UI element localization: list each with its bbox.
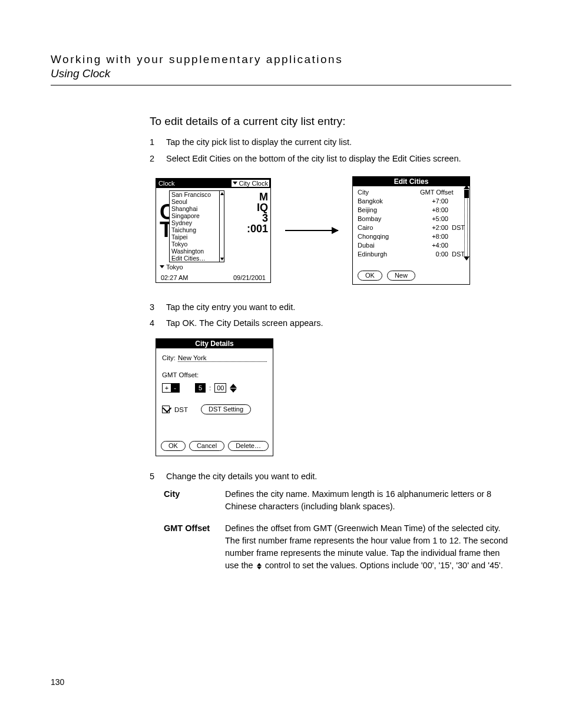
spinner-icon [257, 563, 262, 569]
city-cell: Edinburgh [358, 250, 425, 259]
offset-cell: +8:00 [425, 206, 448, 215]
clock-screenshot: Clock City Clock C T San FranciscoSeoulS… [156, 178, 271, 283]
dst-cell [448, 241, 465, 250]
hour-field[interactable]: 5 [195, 383, 206, 393]
dst-checkbox[interactable] [162, 406, 170, 413]
city-details-title: City Details [156, 339, 273, 348]
edit-cities-title: Edit Cities [353, 177, 470, 186]
step-text: Tap the city pick list to display the cu… [166, 136, 511, 149]
task-heading: To edit details of a current city list e… [150, 115, 511, 128]
dst-label: DST [174, 406, 188, 413]
offset-cell: +2:00 [425, 223, 448, 232]
list-item[interactable]: Sydney [170, 219, 224, 226]
offset-cell: +5:00 [425, 215, 448, 223]
list-item[interactable]: Washington [170, 248, 224, 255]
step-number: 2 [150, 153, 166, 166]
list-item[interactable]: Singapore [170, 212, 224, 219]
list-item[interactable]: Edit Cities… [170, 255, 224, 262]
sign-toggle[interactable]: + - [162, 383, 180, 393]
city-details-screenshot: City Details City: New York GMT Offset: … [156, 338, 273, 456]
step-text: Select Edit Cities on the bottom of the … [166, 153, 511, 166]
offset-cell: +7:00 [425, 197, 448, 206]
step-number: 5 [150, 470, 166, 483]
step: 4Tap OK. The City Details screen appears… [150, 317, 511, 330]
edit-cities-screenshot: Edit Cities City GMT Offset Bangkok+7:00… [352, 176, 470, 285]
city-clock-menu[interactable]: City Clock [232, 180, 269, 187]
table-row[interactable]: Bangkok+7:00 [358, 197, 465, 206]
page-number: 130 [51, 677, 64, 687]
city-cell: Cairo [358, 223, 425, 232]
list-item[interactable]: Taichung [170, 226, 224, 233]
table-row[interactable]: Dubai+4:00 [358, 241, 465, 250]
dst-cell: DST [448, 223, 465, 232]
dst-cell [448, 232, 465, 241]
list-item[interactable]: Seoul [170, 198, 224, 205]
ok-button[interactable]: OK [358, 271, 382, 281]
city-cell: Bangkok [358, 197, 425, 206]
table-row[interactable]: Cairo+2:00DST [358, 223, 465, 232]
clock-time: 02:27 AM [161, 274, 188, 281]
table-row[interactable]: Chongqing+8:00 [358, 232, 465, 241]
chapter-title: Working with your supplementary applicat… [51, 53, 511, 66]
step-number: 4 [150, 317, 166, 330]
step: 2Select Edit Cities on the bottom of the… [150, 153, 511, 166]
dropdown-icon [233, 182, 237, 185]
list-item[interactable]: Tokyo [170, 241, 224, 248]
dst-setting-button[interactable]: DST Setting [201, 404, 251, 414]
step-text: Change the city details you want to edit… [166, 470, 511, 483]
ok-button[interactable]: OK [161, 441, 186, 451]
spinner-control[interactable] [230, 384, 237, 393]
step: 3Tap the city entry you want to edit. [150, 301, 511, 314]
dropdown-icon [160, 265, 164, 268]
step-text: Tap OK. The City Details screen appears. [166, 317, 511, 330]
step-number: 1 [150, 136, 166, 149]
table-row[interactable]: Bombay+5:00 [358, 215, 465, 223]
step-number: 3 [150, 301, 166, 314]
minute-field[interactable]: 00 [214, 383, 226, 393]
city-pick-list[interactable]: San FranciscoSeoulShanghaiSingaporeSydne… [169, 190, 224, 262]
def-gmt-desc: Defines the offset from GMT (Greenwich M… [225, 522, 511, 572]
city-cell: Dubai [358, 241, 425, 250]
step: 1Tap the city pick list to display the c… [150, 136, 511, 149]
city-cell: Bombay [358, 215, 425, 223]
new-button[interactable]: New [387, 271, 415, 281]
arrow-icon [285, 230, 338, 231]
city-field[interactable]: New York [178, 354, 267, 362]
step: 5Change the city details you want to edi… [150, 470, 511, 483]
list-item[interactable]: Shanghai [170, 205, 224, 212]
dst-cell: DST [448, 250, 465, 259]
dst-cell [448, 206, 465, 215]
scrollbar[interactable] [219, 191, 224, 262]
figure-row: Clock City Clock C T San FranciscoSeoulS… [156, 176, 511, 285]
def-city-term: City [164, 488, 225, 513]
right-icons: MIQ3:001 [247, 192, 268, 234]
col-gmt-offset: GMT Offset [420, 189, 465, 196]
current-city-dropdown[interactable]: Tokyo [160, 263, 183, 271]
def-gmt-term: GMT Offset [164, 522, 225, 572]
offset-cell: +8:00 [425, 232, 448, 241]
city-cell: Beijing [358, 206, 425, 215]
city-label: City: [162, 354, 176, 361]
scrollbar[interactable] [464, 190, 468, 256]
header-rule [51, 85, 511, 85]
cancel-button[interactable]: Cancel [189, 441, 224, 451]
def-city-desc: Defines the city name. Maximum length is… [225, 488, 511, 513]
clock-title: Clock [158, 180, 175, 187]
table-row[interactable]: Beijing+8:00 [358, 206, 465, 215]
col-city: City [358, 189, 420, 196]
section-title: Using Clock [51, 67, 511, 80]
table-row[interactable]: Edinburgh0:00DST [358, 250, 465, 259]
offset-cell: +4:00 [425, 241, 448, 250]
offset-cell: 0:00 [425, 250, 448, 259]
delete-button[interactable]: Delete… [228, 441, 269, 451]
step-text: Tap the city entry you want to edit. [166, 301, 511, 314]
list-item[interactable]: Taipei [170, 233, 224, 241]
list-item[interactable]: San Francisco [170, 191, 224, 198]
city-cell: Chongqing [358, 232, 425, 241]
gmt-offset-label: GMT Offset: [162, 371, 267, 378]
clock-date: 09/21/2001 [233, 274, 266, 281]
dst-cell [448, 197, 465, 206]
dst-cell [448, 215, 465, 223]
